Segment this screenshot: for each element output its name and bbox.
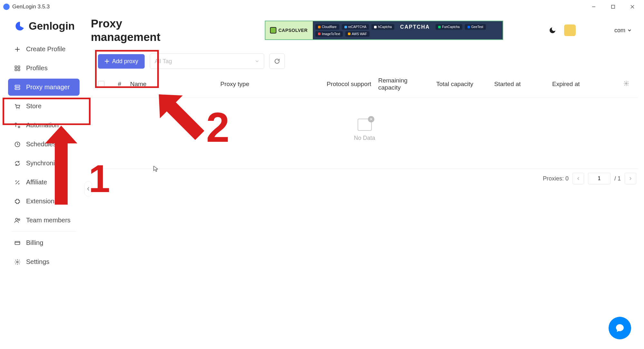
- sidebar-item-label: Store: [26, 102, 42, 110]
- svg-point-14: [15, 123, 17, 124]
- svg-rect-1: [611, 5, 615, 8]
- table-header: # Name Proxy type Protocol support Remai…: [91, 69, 638, 98]
- chevron-down-icon: [255, 59, 259, 63]
- maximize-button[interactable]: [603, 0, 623, 14]
- banner-chip: reCAPTCHA: [342, 24, 369, 30]
- grid-icon: [14, 65, 21, 72]
- sidebar-item-create-profile[interactable]: Create Profile: [8, 41, 80, 58]
- sidebar-item-profiles[interactable]: Profiles: [8, 60, 80, 77]
- select-all-checkbox[interactable]: [95, 81, 111, 87]
- sidebar-item-automation[interactable]: Automation: [8, 117, 80, 134]
- refresh-button[interactable]: [269, 53, 285, 69]
- plus-icon: [14, 46, 21, 53]
- main-content: Proxy management CAPSOLVER Cloudflare re…: [88, 14, 644, 349]
- annotation-number-2: 2: [206, 103, 229, 151]
- page-title: Proxy management: [91, 17, 168, 44]
- sidebar-item-label: Billing: [26, 239, 43, 247]
- page-input[interactable]: [588, 173, 610, 184]
- prev-page-button[interactable]: [572, 173, 584, 184]
- banner-chip: FunCaptcha: [436, 24, 462, 30]
- total-pages: / 1: [614, 175, 621, 182]
- automation-icon: [14, 122, 21, 129]
- svg-point-17: [15, 218, 18, 220]
- svg-point-13: [19, 108, 20, 109]
- card-icon: [14, 239, 21, 247]
- svg-rect-5: [18, 66, 20, 68]
- sidebar-item-synchronizer[interactable]: Synchronizer: [8, 155, 80, 172]
- gear-icon: [14, 258, 21, 266]
- next-page-button[interactable]: [625, 173, 636, 184]
- banner-brand-text: CAPSOLVER: [278, 28, 308, 33]
- capsolver-banner[interactable]: CAPSOLVER Cloudflare reCAPTCHA hCaptcha …: [265, 21, 503, 40]
- chat-icon: [615, 323, 625, 333]
- col-proxy-type[interactable]: Proxy type: [218, 81, 324, 88]
- sidebar-item-label: Affiliate: [26, 179, 47, 186]
- team-icon: [14, 217, 21, 224]
- sidebar-item-schedules[interactable]: Schedules: [8, 136, 80, 153]
- account-label: com: [614, 27, 625, 34]
- banner-chip: GeeTest: [465, 24, 486, 30]
- banner-chip: ImageToText: [315, 31, 343, 37]
- server-icon: [14, 84, 21, 91]
- col-index: #: [111, 81, 128, 88]
- svg-rect-7: [18, 69, 20, 71]
- col-started[interactable]: Started at: [492, 81, 550, 88]
- svg-rect-8: [15, 85, 20, 87]
- svg-point-21: [17, 261, 18, 263]
- chevron-down-icon: [627, 28, 632, 33]
- sidebar-item-label: Extensions: [26, 198, 58, 205]
- app-logo: Genlogin: [5, 17, 83, 39]
- col-name[interactable]: Name: [128, 81, 218, 88]
- table-settings-button[interactable]: [621, 81, 634, 88]
- window-titlebar: GenLogin 3.5.3: [0, 0, 644, 14]
- sidebar: Genlogin Create Profile Profiles Proxy m…: [0, 14, 88, 349]
- banner-chips: Cloudflare reCAPTCHA hCaptcha CAPTCHA Fu…: [312, 23, 503, 38]
- sidebar-item-team-members[interactable]: Team members: [8, 212, 80, 229]
- tag-filter-select[interactable]: All Tag: [150, 53, 264, 69]
- add-proxy-button[interactable]: Add proxy: [98, 54, 145, 69]
- col-remaining[interactable]: Remaining capacity: [376, 77, 434, 91]
- empty-icon: [358, 119, 372, 131]
- plus-icon: [104, 59, 110, 64]
- sidebar-item-extensions[interactable]: Extensions: [8, 193, 80, 210]
- minimize-button[interactable]: [584, 0, 603, 14]
- col-protocol[interactable]: Protocol support: [324, 81, 376, 88]
- sidebar-item-label: Create Profile: [26, 45, 65, 53]
- chat-support-button[interactable]: [609, 317, 631, 339]
- theme-toggle-button[interactable]: [547, 25, 558, 35]
- sidebar-item-settings[interactable]: Settings: [8, 253, 80, 270]
- refresh-icon: [274, 58, 280, 64]
- window-title: GenLogin 3.5.3: [12, 4, 50, 10]
- logo-icon: [14, 21, 25, 32]
- sidebar-item-store[interactable]: Store: [8, 98, 80, 115]
- cart-icon: [14, 103, 21, 110]
- col-total[interactable]: Total capacity: [434, 81, 492, 88]
- user-avatar[interactable]: [564, 24, 576, 36]
- toolbar: Add proxy All Tag: [91, 53, 638, 69]
- svg-rect-4: [15, 66, 17, 68]
- sidebar-item-label: Synchronizer: [26, 160, 64, 167]
- svg-rect-9: [15, 88, 20, 89]
- sidebar-item-billing[interactable]: Billing: [8, 234, 80, 251]
- svg-point-12: [16, 108, 17, 109]
- annotation-number-1: 1: [89, 156, 110, 201]
- add-proxy-label: Add proxy: [112, 58, 138, 65]
- gear-icon: [623, 81, 629, 86]
- svg-point-11: [16, 88, 16, 89]
- capsolver-icon: [270, 27, 276, 34]
- banner-center-text: CAPTCHA: [400, 24, 430, 30]
- close-button[interactable]: [623, 0, 642, 14]
- sidebar-item-label: Proxy manager: [26, 83, 70, 91]
- account-dropdown[interactable]: com: [582, 27, 632, 34]
- proxies-count: Proxies: 0: [543, 175, 569, 182]
- banner-chip: hCaptcha: [371, 24, 394, 30]
- clock-icon: [14, 141, 21, 148]
- empty-text: No Data: [354, 135, 375, 141]
- sidebar-item-affiliate[interactable]: Affiliate: [8, 174, 80, 191]
- svg-point-22: [626, 82, 627, 84]
- sidebar-item-label: Profiles: [26, 64, 48, 72]
- banner-brand: CAPSOLVER: [265, 21, 312, 39]
- sidebar-item-proxy-manager[interactable]: Proxy manager: [8, 79, 80, 96]
- col-expired[interactable]: Expired at: [550, 81, 621, 88]
- app-icon: [3, 4, 10, 10]
